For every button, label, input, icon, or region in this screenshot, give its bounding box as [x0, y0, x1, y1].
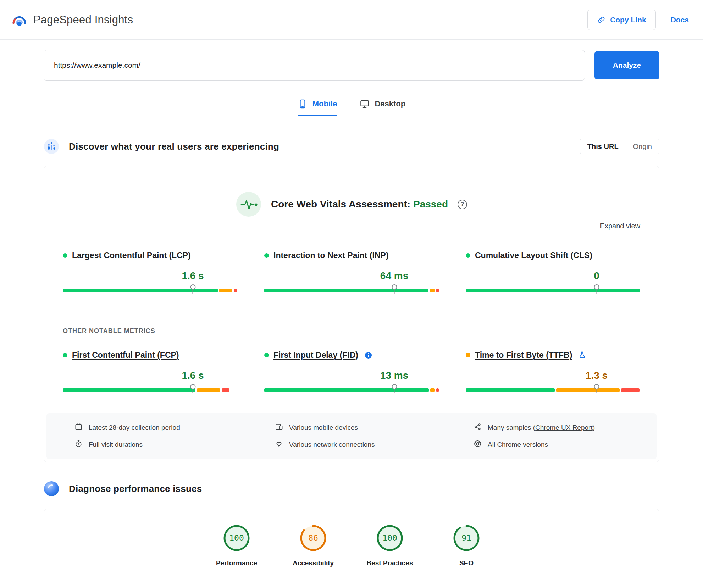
good-bullet-icon: [63, 253, 67, 258]
metric-value-cls: 0: [594, 270, 599, 282]
collection-info-panel: Latest 28-day collection periodFull visi…: [46, 413, 657, 459]
metric-link-lcp[interactable]: Largest Contentful Paint (LCP): [72, 251, 191, 260]
info-icon[interactable]: [364, 351, 372, 359]
flask-icon: [578, 351, 586, 359]
svg-text:86: 86: [308, 533, 318, 543]
collection-info-text: Latest 28-day collection period: [89, 424, 180, 432]
ni-bullet-icon: [466, 353, 470, 357]
metric-title-fcp: First Contentful Paint (FCP): [63, 350, 237, 360]
scope-toggle: This URL Origin: [580, 139, 659, 154]
this-url-toggle[interactable]: This URL: [580, 139, 626, 154]
url-input[interactable]: [44, 50, 585, 81]
score-ring-accessibility: 86: [299, 524, 327, 552]
score-label-seo: SEO: [459, 559, 474, 567]
tab-desktop[interactable]: Desktop: [360, 99, 405, 116]
field-data-card: Core Web Vitals Assessment: Passed Expan…: [44, 166, 659, 462]
cwv-assessment-icon: [236, 192, 261, 217]
metric-link-ttfb[interactable]: Time to First Byte (TTFB): [475, 350, 572, 360]
score-ring-best-practices: 100: [376, 524, 404, 552]
metric-distribution-fcp: 1.6 s: [63, 370, 237, 392]
device-tabs: Mobile Desktop: [44, 99, 659, 116]
collection-info-item: Various mobile devices: [275, 423, 474, 433]
lab-data-card: 100Performance86Accessibility100Best Pra…: [44, 509, 659, 588]
metric-ttfb: Time to First Byte (TTFB)1.3 s: [466, 350, 640, 392]
score-ring-performance: 100: [222, 524, 251, 552]
svg-text:91: 91: [461, 533, 471, 543]
url-bar: Analyze: [44, 50, 659, 81]
stopwatch-icon: [74, 440, 83, 450]
metric-fid: First Input Delay (FID)13 ms: [264, 350, 439, 392]
metric-value-inp: 64 ms: [380, 270, 408, 282]
metric-value-fcp: 1.6 s: [182, 370, 204, 381]
copy-link-button[interactable]: Copy Link: [587, 10, 656, 30]
good-bullet-icon: [264, 253, 269, 258]
devices-icon: [275, 423, 283, 433]
metric-bar-ttfb: [466, 388, 640, 392]
svg-text:100: 100: [229, 533, 244, 543]
lab-card-divider: [47, 584, 656, 584]
metric-title-fid: First Input Delay (FID): [264, 350, 439, 360]
metric-title-cls: Cumulative Layout Shift (CLS): [466, 251, 640, 260]
origin-toggle[interactable]: Origin: [626, 139, 659, 154]
collection-info-item: Many samples (Chrome UX Report): [474, 423, 649, 433]
header-actions: Copy Link Docs: [587, 10, 689, 30]
field-data-icon: [44, 139, 59, 154]
metric-distribution-ttfb: 1.3 s: [466, 370, 640, 392]
metric-bar-fcp: [63, 388, 237, 392]
score-gauge-accessibility[interactable]: 86Accessibility: [287, 524, 340, 567]
metric-title-inp: Interaction to Next Paint (INP): [264, 251, 439, 260]
score-label-accessibility: Accessibility: [293, 559, 334, 567]
metric-link-inp[interactable]: Interaction to Next Paint (INP): [273, 251, 389, 260]
network-icon: [275, 440, 283, 450]
metric-inp: Interaction to Next Paint (INP)64 ms: [264, 251, 439, 292]
good-bullet-icon: [63, 353, 67, 357]
expand-view-link[interactable]: Expand view: [63, 222, 640, 230]
samples-icon: [474, 423, 482, 433]
good-bullet-icon: [264, 353, 269, 357]
metric-link-fid[interactable]: First Input Delay (FID): [273, 350, 358, 360]
metric-bar-inp: [264, 289, 439, 292]
docs-link[interactable]: Docs: [671, 16, 689, 24]
metric-cls: Cumulative Layout Shift (CLS)0: [466, 251, 640, 292]
info-column: Various mobile devicesVarious network co…: [275, 423, 474, 450]
metric-distribution-lcp: 1.6 s: [63, 270, 237, 292]
metric-title-lcp: Largest Contentful Paint (LCP): [63, 251, 237, 260]
score-gauge-seo[interactable]: 91SEO: [440, 524, 493, 567]
chrome-ux-report-link[interactable]: Chrome UX Report: [535, 424, 593, 431]
lab-data-icon: [44, 481, 59, 497]
app-title: PageSpeed Insights: [33, 13, 133, 26]
score-gauge-best-practices[interactable]: 100Best Practices: [363, 524, 416, 567]
collection-info-text: Full visit durations: [89, 441, 143, 449]
metric-bar-cls: [466, 289, 640, 292]
metric-link-fcp[interactable]: First Contentful Paint (FCP): [72, 350, 179, 360]
pagespeed-logo-icon: [11, 11, 28, 28]
calendar-icon: [74, 423, 83, 433]
field-data-section-title: Discover what your real users are experi…: [69, 141, 279, 152]
collection-info-item: Full visit durations: [74, 440, 275, 450]
score-gauge-performance[interactable]: 100Performance: [210, 524, 263, 567]
tab-mobile-label: Mobile: [312, 99, 337, 109]
analyze-button[interactable]: Analyze: [594, 51, 659, 79]
svg-text:100: 100: [382, 533, 397, 543]
app-logo[interactable]: PageSpeed Insights: [11, 11, 133, 28]
collection-info-item: Various network connections: [275, 440, 474, 450]
metric-distribution-fid: 13 ms: [264, 370, 439, 392]
metric-link-cls[interactable]: Cumulative Layout Shift (CLS): [475, 251, 592, 260]
link-icon: [597, 16, 605, 24]
app-header: PageSpeed Insights Copy Link Docs: [0, 0, 703, 40]
info-column: Latest 28-day collection periodFull visi…: [74, 423, 275, 450]
info-column: Many samples (Chrome UX Report)All Chrom…: [474, 423, 649, 450]
metric-value-fid: 13 ms: [380, 370, 408, 381]
collection-info-item: All Chrome versions: [474, 440, 649, 450]
lab-data-section-title: Diagnose performance issues: [69, 483, 202, 494]
collection-info-text: Many samples (Chrome UX Report): [488, 424, 595, 432]
cwv-status: Passed: [413, 199, 448, 210]
tab-mobile[interactable]: Mobile: [298, 99, 337, 116]
metric-distribution-inp: 64 ms: [264, 270, 439, 292]
active-tab-underline: [298, 115, 337, 116]
help-icon[interactable]: [458, 200, 467, 209]
collection-info-text: Various mobile devices: [289, 424, 358, 432]
category-score-gauges: 100Performance86Accessibility100Best Pra…: [44, 524, 659, 567]
collection-info-text: Various network connections: [289, 441, 375, 449]
main-content: Analyze Mobile Desktop: [44, 50, 659, 588]
